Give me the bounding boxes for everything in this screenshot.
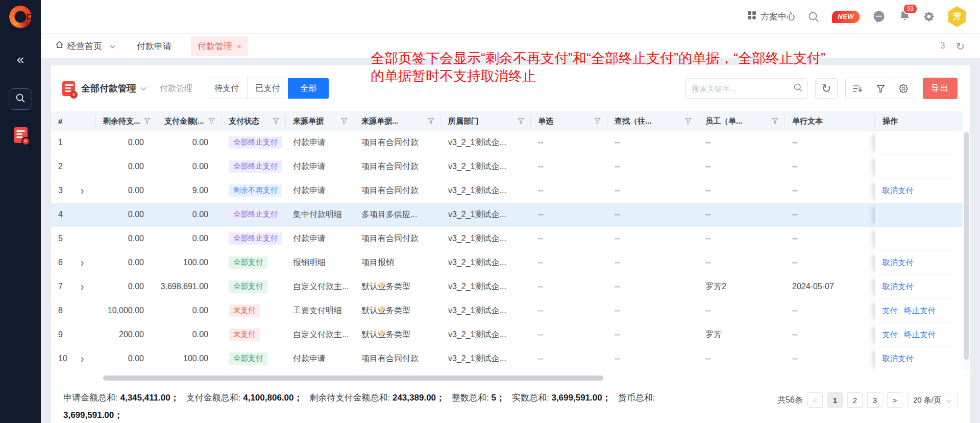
- prev-page-button[interactable]: <: [807, 392, 823, 408]
- filter-button[interactable]: [869, 78, 892, 99]
- cell-amount: 0.00: [157, 323, 222, 347]
- filter-icon[interactable]: [685, 117, 692, 126]
- table-row[interactable]: 50.000.00全部终止支付付款申请项目有合同付款v3_2_1测试企...--…: [51, 227, 963, 251]
- cell-lookup: --: [607, 275, 698, 299]
- header-search-button[interactable]: [807, 11, 820, 23]
- vertical-scrollbar[interactable]: [963, 132, 970, 371]
- cell-status: 未支付: [222, 323, 286, 347]
- column-header-radio[interactable]: 单选: [531, 115, 607, 127]
- action-link-取消支付[interactable]: 取消支付: [882, 185, 914, 196]
- summary-label: 支付金额总和:: [186, 393, 243, 403]
- segment-待支付[interactable]: 待支付: [206, 78, 247, 99]
- expand-row-icon[interactable]: ›: [81, 257, 84, 268]
- summary-value: 4,100,806.00；: [243, 393, 302, 403]
- column-settings-button[interactable]: [892, 78, 915, 99]
- column-header-remaining[interactable]: 剩余待支...: [96, 115, 157, 127]
- notifications-button[interactable]: 93: [898, 9, 911, 24]
- cell-source_doc: 付款申请: [286, 131, 354, 155]
- filter-icon[interactable]: [428, 117, 434, 126]
- page-2[interactable]: 2: [847, 392, 863, 408]
- segment-全部[interactable]: 全部: [288, 78, 329, 99]
- cell-actions: [875, 227, 963, 251]
- filter-icon[interactable]: [518, 117, 524, 126]
- column-header-amount[interactable]: 支付金额(...: [157, 115, 222, 127]
- page-1[interactable]: 1: [827, 392, 843, 408]
- table-row[interactable]: 10›0.00100.00全部支付付款申请项目有合同付款v3_2_1测试企...…: [51, 347, 963, 371]
- tab-payment-management-active[interactable]: 付款管理 ×: [191, 36, 248, 56]
- column-header-lookup[interactable]: 查找（往...: [607, 115, 698, 127]
- vertical-scrollbar-thumb[interactable]: [964, 132, 969, 360]
- table-row[interactable]: 40.000.00全部终止支付集中付款明细多项目多供应...v3_2_1测试企.…: [51, 203, 963, 227]
- view-title[interactable]: 全部付款管理: [81, 82, 136, 95]
- column-label: 来源单据: [293, 116, 324, 126]
- cell-status: 剩余不再支付: [222, 179, 286, 203]
- sort-button[interactable]: [846, 78, 869, 99]
- table-row[interactable]: 6›0.00100.00全部支付报销明细项目报销v3_2_1测试企...----…: [51, 251, 963, 275]
- action-link-取消支付[interactable]: 取消支付: [882, 354, 914, 364]
- table-row[interactable]: 9200.000.00未支付自定义付款主...默认业务类型v3_2_1测试企..…: [51, 323, 963, 347]
- scheme-center-button[interactable]: 方案中心: [747, 11, 795, 22]
- chevron-down-icon[interactable]: [140, 84, 146, 93]
- refresh-icon[interactable]: ↻: [955, 41, 965, 52]
- filter-icon[interactable]: [208, 117, 215, 126]
- close-tab-icon[interactable]: ×: [237, 42, 241, 51]
- cell-dept: v3_2_1测试企...: [441, 347, 531, 371]
- column-label: 来源单据...: [361, 116, 399, 126]
- expand-row-icon[interactable]: ›: [81, 353, 84, 364]
- horizontal-scrollbar: [51, 375, 963, 381]
- page-size-select[interactable]: 20 条/页: [907, 392, 958, 408]
- new-badge[interactable]: NEW: [832, 11, 860, 23]
- sidebar-payment-report-button[interactable]: ¥: [14, 127, 28, 145]
- column-header-dept[interactable]: 所属部门: [441, 115, 531, 127]
- action-link-支付[interactable]: 支付: [882, 306, 898, 316]
- breadcrumb-home[interactable]: 经营首页: [55, 40, 115, 52]
- cell-status: 全部终止支付: [222, 155, 286, 179]
- table-row[interactable]: 3›0.009.00剩余不再支付付款申请项目有合同付款v3_2_1测试企...-…: [51, 179, 963, 203]
- column-header-employee[interactable]: 员工（单...: [698, 115, 785, 127]
- column-header-status[interactable]: 支付状态: [222, 115, 286, 127]
- sidebar-search-button[interactable]: [9, 88, 32, 110]
- column-header-source_doc[interactable]: 来源单据: [286, 115, 354, 127]
- action-link-支付[interactable]: 支付: [882, 330, 898, 340]
- page-3[interactable]: 3: [867, 392, 883, 408]
- next-page-button[interactable]: >: [887, 392, 902, 408]
- tab-payment-request[interactable]: 付款申请: [137, 40, 172, 52]
- filter-icon[interactable]: [144, 117, 151, 126]
- summary-label: 货币总和:: [618, 393, 655, 403]
- collapse-sidebar-icon[interactable]: «: [17, 53, 24, 66]
- pagination: 共56条 < 123 > 20 条/页: [777, 392, 958, 408]
- cell-source_type: 默认业务类型: [354, 299, 441, 323]
- column-label: 支付金额(...: [164, 116, 204, 126]
- filter-icon[interactable]: [772, 117, 778, 126]
- cell-lookup: --: [607, 323, 698, 347]
- segment-已支付[interactable]: 已支付: [247, 78, 288, 99]
- column-header-source_type[interactable]: 来源单据...: [354, 115, 441, 127]
- summary-label: 整数总和:: [452, 393, 491, 403]
- table-row[interactable]: 20.000.00全部终止支付付款申请项目有合同付款v3_2_1测试企...--…: [51, 155, 963, 179]
- search-icon[interactable]: [793, 83, 803, 95]
- filter-icon[interactable]: [341, 117, 348, 126]
- column-label: 剩余待支...: [103, 116, 140, 126]
- filter-icon[interactable]: [594, 117, 601, 126]
- table-row[interactable]: 7›0.003,698,691.00全部支付自定义付款主...默认业务类型v3_…: [51, 275, 963, 299]
- horizontal-scrollbar-thumb[interactable]: [103, 375, 603, 381]
- export-button[interactable]: 导出: [923, 78, 958, 99]
- action-link-终止支付[interactable]: 终止支付: [904, 330, 936, 340]
- expand-row-icon[interactable]: ›: [81, 185, 84, 196]
- table-row[interactable]: 10.000.00全部终止支付付款申请项目有合同付款v3_2_1测试企...--…: [51, 131, 963, 155]
- settings-button[interactable]: [923, 11, 935, 22]
- messages-button[interactable]: [872, 10, 886, 24]
- table-row[interactable]: 810,000.000.00未支付工资支付明细默认业务类型v3_2_1测试企..…: [51, 299, 963, 323]
- cell-remaining: 0.00: [96, 155, 157, 179]
- action-link-终止支付[interactable]: 终止支付: [904, 306, 936, 316]
- filter-icon[interactable]: [273, 117, 279, 126]
- refresh-button[interactable]: ↻: [815, 78, 838, 99]
- search-input[interactable]: [692, 84, 793, 93]
- brand-logo-icon[interactable]: [9, 6, 32, 28]
- action-link-取消支付[interactable]: 取消支付: [882, 257, 914, 268]
- row-number: 4: [58, 210, 69, 219]
- action-link-取消支付[interactable]: 取消支付: [882, 281, 914, 292]
- cell-actions: 取消支付: [875, 179, 963, 203]
- expand-row-icon[interactable]: ›: [81, 281, 84, 292]
- user-avatar[interactable]: 芳: [947, 6, 967, 27]
